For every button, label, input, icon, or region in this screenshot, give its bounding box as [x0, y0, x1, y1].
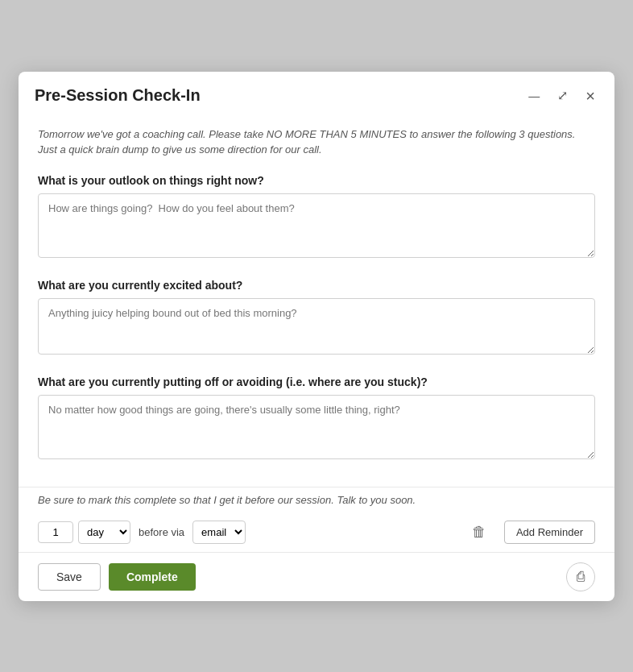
question-block-2: What are you currently excited about?	[38, 279, 595, 358]
actions-left: Save Complete	[38, 563, 196, 591]
save-button[interactable]: Save	[38, 563, 101, 591]
question-block-1: What is your outlook on things right now…	[38, 174, 595, 261]
question-label-2: What are you currently excited about?	[38, 279, 595, 292]
trash-icon	[472, 524, 486, 541]
delete-reminder-button[interactable]	[465, 521, 493, 544]
complete-button[interactable]: Complete	[109, 563, 196, 591]
modal-body: Tomorrow we've got a coaching call. Plea…	[19, 114, 614, 487]
question-textarea-2[interactable]	[38, 298, 595, 355]
reminder-row: day week before via email sms Add Remind…	[19, 512, 614, 553]
question-block-3: What are you currently putting off or av…	[38, 375, 595, 463]
question-textarea-1[interactable]	[38, 193, 595, 258]
modal-header: Pre-Session Check-In	[19, 72, 614, 114]
close-button[interactable]	[582, 86, 598, 106]
question-textarea-3[interactable]	[38, 395, 595, 459]
add-reminder-button[interactable]: Add Reminder	[504, 521, 595, 544]
minimize-button[interactable]	[525, 88, 543, 104]
close-icon	[585, 88, 595, 104]
reminder-before-via-label: before via	[139, 526, 184, 538]
maximize-button[interactable]	[554, 88, 571, 104]
modal: Pre-Session Check-In Tomorrow we've got …	[19, 72, 614, 601]
reminder-period-select[interactable]: day week	[78, 521, 130, 544]
print-icon	[577, 569, 585, 585]
modal-container: Pre-Session Check-In Tomorrow we've got …	[0, 0, 633, 672]
minimize-icon	[528, 89, 540, 102]
maximize-icon	[557, 89, 568, 102]
question-label-1: What is your outlook on things right now…	[38, 174, 595, 187]
footer-text: Be sure to mark this complete so that I …	[19, 487, 614, 512]
intro-text: Tomorrow we've got a coaching call. Plea…	[38, 127, 595, 158]
print-button[interactable]	[566, 562, 595, 591]
window-controls	[525, 86, 598, 106]
question-label-3: What are you currently putting off or av…	[38, 375, 595, 388]
reminder-channel-select[interactable]: email sms	[192, 521, 246, 544]
modal-title: Pre-Session Check-In	[35, 86, 201, 105]
modal-actions: Save Complete	[19, 553, 614, 601]
reminder-number-input[interactable]	[38, 521, 73, 543]
